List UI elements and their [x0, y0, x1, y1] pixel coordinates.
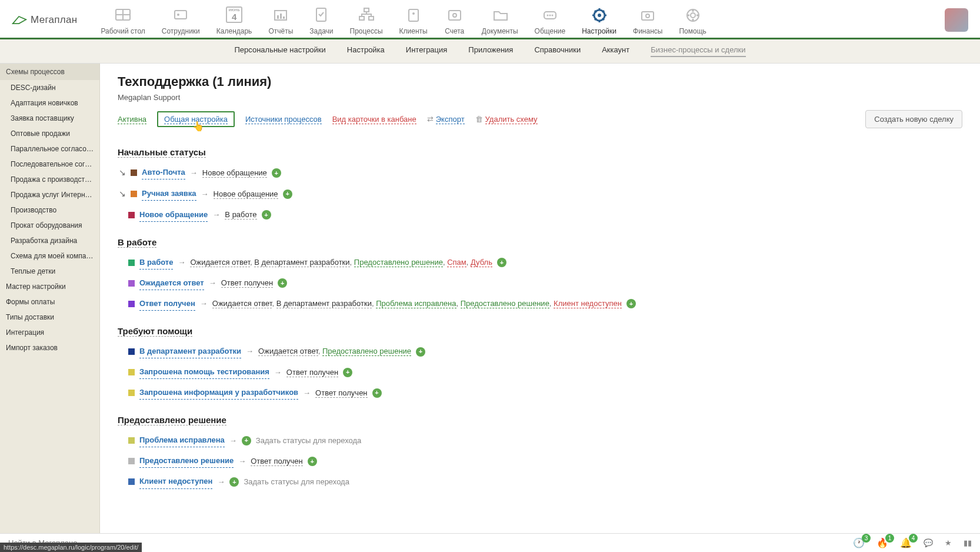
status-name-link[interactable]: В работе: [139, 256, 173, 270]
transition-target[interactable]: Спам: [447, 258, 466, 267]
status-active-link[interactable]: Активна: [118, 115, 146, 124]
transition-target[interactable]: Ожидается ответ: [212, 299, 272, 308]
add-transition-button[interactable]: +: [343, 368, 352, 377]
nav-Рабочий стол[interactable]: Рабочий стол: [101, 5, 145, 35]
sidebar-scheme-item[interactable]: Адаптация новичков: [0, 95, 99, 111]
sidebar-section-schemes[interactable]: Схемы процессов: [0, 64, 99, 80]
add-transition-button[interactable]: +: [308, 457, 317, 466]
sidebar-item[interactable]: Интеграция: [0, 325, 99, 340]
status-name-link[interactable]: Проблема исправлена: [139, 434, 225, 447]
add-transition-button[interactable]: +: [242, 436, 251, 445]
sidebar-scheme-item[interactable]: Теплые детки: [0, 264, 99, 279]
transition-target[interactable]: Предоставлено решение: [322, 347, 411, 356]
add-transition-button[interactable]: +: [283, 189, 292, 199]
transition-target[interactable]: Предоставлено решение: [461, 299, 549, 308]
subnav-Интеграция[interactable]: Интеграция: [406, 45, 448, 57]
nav-icon: [637, 5, 658, 25]
nav-Финансы[interactable]: Финансы: [633, 5, 662, 35]
nav-Помощь[interactable]: Помощь: [679, 5, 706, 35]
transition-target[interactable]: Ответ получен: [251, 457, 302, 466]
subnav-Персональные настройки[interactable]: Персональные настройки: [234, 45, 325, 57]
nav-Сотрудники[interactable]: Сотрудники: [162, 5, 200, 35]
star-icon[interactable]: ★: [945, 538, 952, 545]
subnav-Приложения[interactable]: Приложения: [468, 45, 513, 57]
status-name-link[interactable]: Ответ получен: [139, 297, 195, 311]
transition-target[interactable]: В департамент разработки: [276, 299, 372, 308]
chat-icon[interactable]: 💬: [924, 538, 933, 545]
export-link[interactable]: Экспорт: [436, 115, 465, 124]
add-transition-button[interactable]: +: [278, 278, 287, 288]
subnav-Настройка[interactable]: Настройка: [347, 45, 385, 57]
nav-Календарь[interactable]: июнь4Календарь: [216, 5, 252, 35]
clock-icon[interactable]: 🕐3: [853, 537, 865, 545]
nav-Счета[interactable]: Счета: [444, 5, 465, 35]
transition-target[interactable]: Новое обращение: [214, 189, 278, 199]
status-name-link[interactable]: Новое обращение: [139, 208, 208, 222]
transition-target[interactable]: Ожидается ответ: [258, 347, 318, 356]
nav-Процессы[interactable]: Процессы: [350, 5, 383, 35]
sidebar-scheme-item[interactable]: Схема для моей компании: [0, 248, 99, 264]
status-name-link[interactable]: Клиент недоступен: [139, 475, 212, 488]
nav-Настройки[interactable]: Настройки: [582, 5, 616, 35]
transition-target[interactable]: Новое обращение: [202, 168, 267, 178]
transition-target[interactable]: Клиент недоступен: [554, 299, 622, 308]
sidebar-item[interactable]: Типы доставки: [0, 310, 99, 325]
nav-Отчёты[interactable]: Отчёты: [268, 5, 293, 35]
section-title: Предоставлено решение: [118, 415, 226, 425]
transition-target[interactable]: В департамент разработки: [254, 258, 349, 267]
transition-target[interactable]: Проблема исправлена: [376, 299, 456, 308]
add-transition-button[interactable]: +: [372, 388, 382, 398]
user-avatar[interactable]: [945, 8, 968, 32]
process-sources-link[interactable]: Источники процессов: [245, 115, 322, 124]
transition-target[interactable]: Предоставлено решение: [354, 258, 443, 267]
sidebar-scheme-item[interactable]: Последовательное согласов...: [0, 157, 99, 172]
sidebar-item[interactable]: Формы оплаты: [0, 294, 99, 310]
sidebar-scheme-item[interactable]: Прокат оборудования: [0, 218, 99, 233]
general-settings-link[interactable]: Общая настройка: [164, 115, 228, 124]
add-transition-button[interactable]: +: [272, 168, 281, 178]
sidebar-scheme-item[interactable]: Разработка дизайна: [0, 233, 99, 248]
transition-target[interactable]: Ответ получен: [221, 278, 273, 288]
sidebar-scheme-item[interactable]: Заявка поставщику: [0, 111, 99, 126]
sidebar-scheme-item[interactable]: DESC-дизайн: [0, 80, 99, 95]
status-name-link[interactable]: Ожидается ответ: [139, 277, 204, 290]
sidebar-scheme-item[interactable]: Продажа услуг Интернет-аге...: [0, 187, 99, 202]
create-deal-button[interactable]: Создать новую сделку: [865, 110, 962, 128]
subnav-Бизнес-процессы и сделки[interactable]: Бизнес-процессы и сделки: [651, 45, 745, 57]
status-name-link[interactable]: Авто-Почта: [142, 166, 185, 179]
add-transition-button[interactable]: +: [416, 347, 425, 357]
book-icon[interactable]: ▮▮: [964, 538, 972, 545]
add-transition-button[interactable]: +: [497, 258, 506, 267]
status-name-link[interactable]: Запрошена помощь тестирования: [139, 365, 269, 379]
sidebar-scheme-item[interactable]: Оптовые продажи: [0, 126, 99, 141]
arrow-icon: →: [238, 455, 246, 468]
subnav-Справочники[interactable]: Справочники: [534, 45, 581, 57]
status-name-link[interactable]: В департамент разработки: [139, 345, 241, 358]
add-transition-button[interactable]: +: [626, 299, 636, 308]
nav-Задачи[interactable]: Задачи: [309, 5, 333, 35]
transition-target[interactable]: Дубль: [471, 258, 492, 267]
add-transition-button[interactable]: +: [229, 477, 239, 487]
nav-Общение[interactable]: Общение: [535, 5, 566, 35]
kanban-view-link[interactable]: Вид карточки в канбане: [332, 115, 416, 124]
status-name-link[interactable]: Запрошена информация у разработчиков: [139, 386, 298, 400]
delete-scheme-link[interactable]: Удалить схему: [485, 115, 538, 124]
add-transition-button[interactable]: +: [262, 210, 271, 220]
sidebar-item[interactable]: Мастер настройки: [0, 279, 99, 294]
subnav-Аккаунт[interactable]: Аккаунт: [602, 45, 629, 57]
transition-target[interactable]: Ответ получен: [286, 368, 338, 377]
transition-target[interactable]: Ответ получен: [315, 388, 367, 398]
fire-icon[interactable]: 🔥1: [876, 537, 888, 545]
logo[interactable]: Мегаплан: [12, 14, 77, 26]
bell-icon[interactable]: 🔔4: [900, 537, 912, 545]
status-name-link[interactable]: Ручная заявка: [142, 187, 196, 201]
transition-target[interactable]: В работе: [225, 210, 256, 220]
sidebar-scheme-item[interactable]: Продажа с производством: [0, 172, 99, 187]
nav-Документы[interactable]: Документы: [482, 5, 518, 35]
transition-target[interactable]: Ожидается ответ: [190, 258, 250, 267]
nav-Клиенты[interactable]: Клиенты: [399, 5, 428, 35]
sidebar-scheme-item[interactable]: Производство: [0, 202, 99, 218]
sidebar-scheme-item[interactable]: Параллельное согласование: [0, 141, 99, 157]
sidebar-item[interactable]: Импорт заказов: [0, 340, 99, 355]
status-name-link[interactable]: Предоставлено решение: [139, 454, 234, 468]
